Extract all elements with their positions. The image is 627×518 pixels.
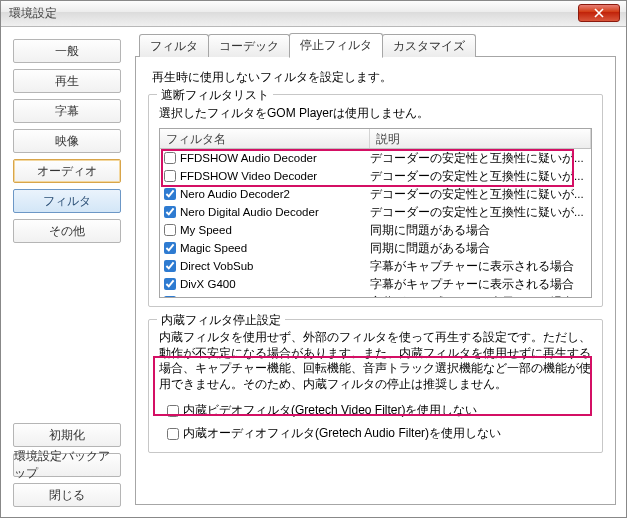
table-row[interactable]: FFDSHOW Audio Decoderデコーダーの安定性と互換性に疑いが..… bbox=[160, 149, 591, 167]
row-name: DivX G400 Force bbox=[180, 296, 370, 297]
row-desc: 同期に問題がある場合 bbox=[370, 241, 591, 256]
checkbox-input[interactable] bbox=[167, 428, 179, 440]
group-blocklist: 遮断フィルタリスト 選択したフィルタをGOM Playerは使用しません。 フィ… bbox=[148, 94, 603, 307]
row-desc: 同期に問題がある場合 bbox=[370, 223, 591, 238]
row-desc: 字幕がキャプチャーに表示される場合 bbox=[370, 259, 591, 274]
group-internal-legend: 内蔵フィルタ停止設定 bbox=[157, 312, 285, 329]
row-checkbox[interactable] bbox=[164, 188, 176, 200]
row-checkbox[interactable] bbox=[164, 224, 176, 236]
window-title: 環境設定 bbox=[9, 5, 57, 22]
tab-panel: 再生時に使用しないフィルタを設定します。 遮断フィルタリスト 選択したフィルタを… bbox=[135, 56, 616, 505]
titlebar: 環境設定 bbox=[1, 1, 626, 27]
row-checkbox[interactable] bbox=[164, 242, 176, 254]
table-row[interactable]: Nero Digital Audio Decoderデコーダーの安定性と互換性に… bbox=[160, 203, 591, 221]
window-body: 一般 再生 字幕 映像 オーディオ フィルタ その他 初期化 環境設定バックアッ… bbox=[1, 27, 626, 517]
listview-body[interactable]: FFDSHOW Audio Decoderデコーダーの安定性と互換性に疑いが..… bbox=[160, 149, 591, 297]
table-row[interactable]: Direct VobSub字幕がキャプチャーに表示される場合 bbox=[160, 257, 591, 275]
group-blocklist-legend: 遮断フィルタリスト bbox=[157, 87, 273, 104]
row-checkbox[interactable] bbox=[164, 296, 176, 297]
tab-customize[interactable]: カスタマイズ bbox=[382, 34, 476, 57]
row-checkbox[interactable] bbox=[164, 170, 176, 182]
group-internal-filter: 内蔵フィルタ停止設定 内蔵フィルタを使用せず、外部のフィルタを使って再生する設定… bbox=[148, 319, 603, 453]
table-row[interactable]: Nero Audio Decoder2デコーダーの安定性と互換性に疑いが... bbox=[160, 185, 591, 203]
group-internal-desc: 内蔵フィルタを使用せず、外部のフィルタを使って再生する設定です。ただし、動作が不… bbox=[159, 330, 592, 392]
checkbox-input[interactable] bbox=[167, 405, 179, 417]
table-row[interactable]: DivX G400字幕がキャプチャーに表示される場合 bbox=[160, 275, 591, 293]
column-header-desc[interactable]: 説明 bbox=[370, 129, 591, 148]
row-desc: デコーダーの安定性と互換性に疑いが... bbox=[370, 187, 591, 202]
reset-button[interactable]: 初期化 bbox=[13, 423, 121, 447]
group-blocklist-desc: 選択したフィルタをGOM Playerは使用しません。 bbox=[159, 105, 592, 122]
filter-listview[interactable]: フィルタ名 説明 FFDSHOW Audio Decoderデコーダーの安定性と… bbox=[159, 128, 592, 298]
main-panel: フィルタ コーデック 停止フィルタ カスタマイズ 再生時に使用しないフィルタを設… bbox=[131, 27, 626, 517]
sidebar-item-subtitle[interactable]: 字幕 bbox=[13, 99, 121, 123]
row-checkbox[interactable] bbox=[164, 206, 176, 218]
table-row[interactable]: FFDSHOW Video Decoderデコーダーの安定性と互換性に疑いが..… bbox=[160, 167, 591, 185]
row-name: DivX G400 bbox=[180, 278, 370, 290]
sidebar: 一般 再生 字幕 映像 オーディオ フィルタ その他 初期化 環境設定バックアッ… bbox=[1, 27, 131, 517]
row-name: Direct VobSub bbox=[180, 260, 370, 272]
close-dialog-button[interactable]: 閉じる bbox=[13, 483, 121, 507]
row-name: FFDSHOW Video Decoder bbox=[180, 170, 370, 182]
row-name: Nero Digital Audio Decoder bbox=[180, 206, 370, 218]
sidebar-bottom: 初期化 環境設定バックアップ 閉じる bbox=[13, 423, 121, 507]
checkbox-disable-video-filter[interactable]: 内蔵ビデオフィルタ(Gretech Video Filter)を使用しない bbox=[167, 402, 592, 419]
tab-filter[interactable]: フィルタ bbox=[139, 34, 209, 57]
row-name: Nero Audio Decoder2 bbox=[180, 188, 370, 200]
row-name: FFDSHOW Audio Decoder bbox=[180, 152, 370, 164]
column-header-name[interactable]: フィルタ名 bbox=[160, 129, 370, 148]
table-row[interactable]: DivX G400 Force字幕がキャプチャーに表示される場合 bbox=[160, 293, 591, 297]
row-desc: 字幕がキャプチャーに表示される場合 bbox=[370, 277, 591, 292]
panel-description: 再生時に使用しないフィルタを設定します。 bbox=[152, 69, 603, 86]
sidebar-item-audio[interactable]: オーディオ bbox=[13, 159, 121, 183]
row-desc: 字幕がキャプチャーに表示される場合 bbox=[370, 295, 591, 298]
close-button[interactable] bbox=[578, 4, 620, 22]
checkbox-disable-audio-filter[interactable]: 内蔵オーディオフィルタ(Gretech Audio Filter)を使用しない bbox=[167, 425, 592, 442]
sidebar-item-other[interactable]: その他 bbox=[13, 219, 121, 243]
table-row[interactable]: My Speed同期に問題がある場合 bbox=[160, 221, 591, 239]
tab-stopfilter[interactable]: 停止フィルタ bbox=[289, 33, 383, 58]
sidebar-item-playback[interactable]: 再生 bbox=[13, 69, 121, 93]
row-checkbox[interactable] bbox=[164, 260, 176, 272]
listview-header: フィルタ名 説明 bbox=[160, 129, 591, 149]
close-icon bbox=[594, 8, 604, 18]
tab-codec[interactable]: コーデック bbox=[208, 34, 290, 57]
table-row[interactable]: Magic Speed同期に問題がある場合 bbox=[160, 239, 591, 257]
sidebar-item-general[interactable]: 一般 bbox=[13, 39, 121, 63]
tabstrip: フィルタ コーデック 停止フィルタ カスタマイズ bbox=[139, 33, 616, 57]
sidebar-item-filter[interactable]: フィルタ bbox=[13, 189, 121, 213]
sidebar-item-video[interactable]: 映像 bbox=[13, 129, 121, 153]
row-desc: デコーダーの安定性と互換性に疑いが... bbox=[370, 205, 591, 220]
preferences-window: 環境設定 一般 再生 字幕 映像 オーディオ フィルタ その他 初期化 環境設定… bbox=[0, 0, 627, 518]
row-checkbox[interactable] bbox=[164, 278, 176, 290]
row-checkbox[interactable] bbox=[164, 152, 176, 164]
row-name: Magic Speed bbox=[180, 242, 370, 254]
row-desc: デコーダーの安定性と互換性に疑いが... bbox=[370, 151, 591, 166]
row-name: My Speed bbox=[180, 224, 370, 236]
backup-button[interactable]: 環境設定バックアップ bbox=[13, 453, 121, 477]
row-desc: デコーダーの安定性と互換性に疑いが... bbox=[370, 169, 591, 184]
